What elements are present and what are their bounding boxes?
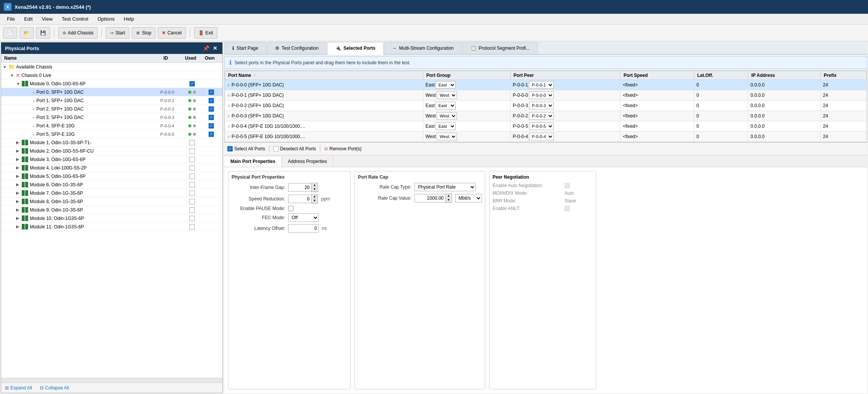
- enable-pause-checkbox[interactable]: [288, 206, 294, 211]
- list-item[interactable]: ▶ ▊▊ Module 5, Odin-10G-6S-6P: [1, 172, 222, 181]
- port-peer-select[interactable]: P-0-0-0: [529, 91, 554, 99]
- list-item[interactable]: ▶ ▊▊ Module 6, Odin-1G-3S-6P: [1, 181, 222, 189]
- table-row[interactable]: ⟐ P-0-0-3 (SFP+ 10G DAC) West WestEast: [225, 111, 867, 121]
- expand-icon[interactable]: ▶: [16, 148, 21, 153]
- expand-icon[interactable]: ▶: [16, 216, 21, 221]
- check-icon[interactable]: [189, 224, 195, 230]
- cell-port-peer[interactable]: P-0-0-4 P-0-0-4: [510, 132, 620, 142]
- collapse-all-button[interactable]: ⊟ Collapse All: [40, 385, 69, 391]
- new-button[interactable]: 📄: [3, 27, 17, 39]
- expand-icon[interactable]: ▶: [16, 140, 21, 145]
- cell-port-peer[interactable]: P-0-0-0 P-0-0-0: [510, 90, 620, 101]
- check-icon[interactable]: ✓: [209, 123, 214, 129]
- cell-port-group[interactable]: West WestEast: [423, 132, 510, 142]
- cell-port-group[interactable]: East EastWest: [423, 121, 510, 132]
- expand-icon[interactable]: ▶: [16, 199, 21, 204]
- port-peer-select[interactable]: P-0-0-5: [529, 122, 554, 130]
- expand-all-button[interactable]: ⊞ Expand All: [5, 385, 32, 391]
- check-icon[interactable]: ✓: [189, 81, 195, 86]
- tab-start-page[interactable]: ℹ Start Page: [224, 42, 266, 54]
- menu-file[interactable]: File: [3, 15, 19, 23]
- expand-icon[interactable]: ▶: [16, 157, 21, 162]
- stop-button[interactable]: ⏹ Stop: [132, 27, 156, 39]
- list-item[interactable]: ⟐ Port 4, SFP-E 10G P-0-0-4 ✓: [1, 122, 222, 130]
- table-row[interactable]: ⟐ P-0-0-2 (SFP+ 10G DAC) East EastWest: [225, 101, 867, 111]
- expand-icon[interactable]: ▼: [10, 73, 15, 78]
- rate-cap-unit-select[interactable]: Mbit/s %: [455, 194, 482, 202]
- check-icon[interactable]: ✓: [209, 98, 214, 103]
- add-chassis-button[interactable]: ⊕ Add Chassis: [58, 27, 98, 39]
- check-icon[interactable]: [189, 148, 195, 154]
- spinbox-down[interactable]: ▼: [312, 199, 318, 203]
- rate-cap-type-select[interactable]: Physical Port Rate Custom: [414, 183, 476, 191]
- tab-test-configuration[interactable]: ⚙ Test Configuration: [267, 42, 327, 54]
- pin-icon[interactable]: 📌: [202, 45, 209, 52]
- port-group-select[interactable]: EastWest: [436, 122, 456, 130]
- list-item[interactable]: ▶ ▊▊ Module 4, Loki-100G-5S-2P: [1, 164, 222, 172]
- spinbox-up[interactable]: ▲: [312, 195, 318, 199]
- check-icon[interactable]: ✓: [209, 106, 214, 112]
- cell-port-group[interactable]: East EastWest: [423, 80, 510, 90]
- speed-reduction-spinbox[interactable]: ▲ ▼: [288, 194, 318, 204]
- menu-options[interactable]: Options: [94, 15, 119, 23]
- expand-icon[interactable]: ▶: [16, 190, 21, 195]
- expand-icon[interactable]: ▶: [16, 207, 21, 212]
- horizontal-scrollbar[interactable]: [1, 378, 222, 383]
- select-all-ports-button[interactable]: ✓ Select All Ports: [227, 146, 265, 151]
- spinbox-down[interactable]: ▼: [312, 187, 318, 192]
- tab-address-properties[interactable]: Address Properties: [282, 157, 333, 167]
- menu-test-control[interactable]: Test Control: [58, 15, 92, 23]
- cell-port-group[interactable]: West WestEast: [423, 90, 510, 101]
- list-item[interactable]: ⟐ Port 3, SFP+ 10G DAC P-0-0-3 ✓: [1, 113, 222, 122]
- expand-icon[interactable]: ▶: [16, 165, 21, 170]
- check-icon[interactable]: [189, 174, 195, 179]
- list-item[interactable]: ⟐ Port 1, SFP+ 10G DAC P-0-0-1 ✓: [1, 96, 222, 105]
- tab-multi-stream[interactable]: → Multi-Stream Configuration: [384, 42, 462, 54]
- check-icon[interactable]: [189, 190, 195, 196]
- check-icon[interactable]: [189, 182, 195, 187]
- list-item[interactable]: ⟐ Port 2, SFP+ 10G DAC P-0-0-2 ✓: [1, 105, 222, 113]
- rate-cap-value-input[interactable]: [414, 194, 445, 202]
- list-item[interactable]: ⟐ Port 5, SFP-E 10G P-0-0-5 ✓: [1, 130, 222, 138]
- port-group-select[interactable]: WestEast: [437, 91, 457, 99]
- list-item[interactable]: ▼ ▊▊ Module 0, Odin-10G-6S-6P ✓: [1, 80, 222, 88]
- check-icon[interactable]: [189, 199, 195, 204]
- table-row[interactable]: ⟐ P-0-0-1 (SFP+ 10G DAC) West WestEast: [225, 90, 867, 101]
- list-item[interactable]: ▶ ▊▊ Module 10, Odin-1G3S-6P: [1, 214, 222, 223]
- table-row[interactable]: ⟐ P-0-0-4 (SFP-E 10G 10/100/1000.... Eas…: [225, 121, 867, 132]
- check-icon[interactable]: ✓: [209, 132, 214, 137]
- close-panel-icon[interactable]: ✕: [212, 45, 219, 52]
- list-item[interactable]: ▼ ✕ Chassis 0 Live: [1, 71, 222, 80]
- expand-icon[interactable]: ▼: [16, 81, 21, 86]
- check-icon[interactable]: [189, 157, 195, 162]
- expand-icon[interactable]: ▶: [16, 224, 21, 229]
- tab-protocol-segment[interactable]: 📋 Protocol Segment Profi...: [463, 42, 538, 54]
- list-item[interactable]: ▼ 📁 Available Chassis: [1, 63, 222, 71]
- check-icon[interactable]: ✓: [209, 115, 214, 120]
- list-item[interactable]: ▶ ▊▊ Module 8, Odin-1G-3S-6P: [1, 197, 222, 206]
- cell-port-peer[interactable]: P-0-0-3 P-0-0-3: [510, 101, 620, 111]
- inter-frame-gap-input[interactable]: [288, 183, 311, 192]
- menu-edit[interactable]: Edit: [20, 15, 36, 23]
- cell-port-peer[interactable]: P-0-0-1 P-0-0-1: [510, 80, 620, 90]
- table-row[interactable]: ⟐ P-0-0-0 (SFP+ 10G DAC) East EastWest: [225, 80, 867, 90]
- cancel-button[interactable]: ✖ Cancel: [158, 27, 186, 39]
- menu-view[interactable]: View: [38, 15, 56, 23]
- tab-selected-ports[interactable]: 🔌 Selected Ports: [327, 42, 383, 55]
- cell-port-group[interactable]: West WestEast: [423, 111, 510, 121]
- cell-port-group[interactable]: East EastWest: [423, 101, 510, 111]
- remove-ports-button[interactable]: ⊖ Remove Port(s): [324, 146, 362, 151]
- port-group-select[interactable]: WestEast: [437, 133, 457, 140]
- list-item[interactable]: ▶ ▊▊ Module 2, Odin-10G-5S-6P-CU: [1, 147, 222, 155]
- latency-offset-input[interactable]: [288, 224, 319, 233]
- port-group-select[interactable]: WestEast: [437, 112, 457, 120]
- save-button[interactable]: 💾: [36, 27, 50, 39]
- check-icon[interactable]: [189, 216, 195, 221]
- expand-icon[interactable]: ▶: [16, 182, 21, 187]
- check-icon[interactable]: ✓: [209, 90, 214, 95]
- spinbox-down[interactable]: ▼: [445, 198, 452, 202]
- check-icon[interactable]: [189, 140, 195, 145]
- cell-port-peer[interactable]: P-0-0-5 P-0-0-5: [510, 121, 620, 132]
- port-group-select[interactable]: EastWest: [436, 81, 456, 89]
- port-peer-select[interactable]: P-0-0-1: [529, 81, 554, 89]
